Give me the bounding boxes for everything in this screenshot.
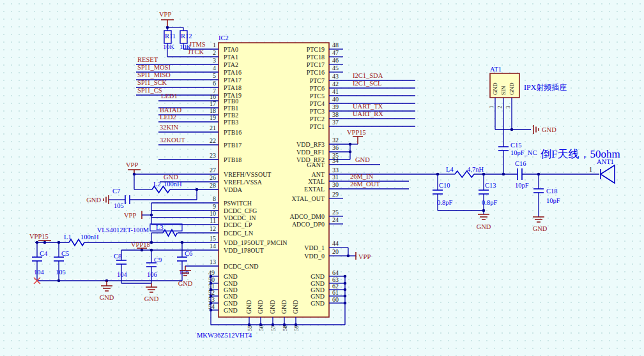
c4-ref: C4	[40, 250, 48, 257]
pin-name: GND	[245, 300, 252, 314]
net-label[interactable]: I2C1_SDA	[353, 72, 383, 79]
pin-name: XTAL_OUT	[292, 195, 325, 202]
at1-pin-name: SIN	[500, 85, 507, 95]
pin-name: GND	[310, 273, 325, 280]
vdda-network[interactable]: VPP L2 100nH C7 105 GND	[86, 161, 198, 209]
pin-name: PTA0	[224, 46, 238, 53]
pin-number: 23	[210, 152, 216, 159]
pin-number: 31	[332, 174, 339, 181]
gnd-label-c7: GND	[86, 197, 101, 204]
pin-number: 11	[210, 217, 216, 224]
vdd1p5-filter[interactable]: VPP15 L1 100nH C4 104 C5 105 C6 106	[29, 233, 192, 301]
pin-name: GND	[292, 300, 299, 314]
junction-dot	[57, 279, 61, 283]
c18-value: 10pF	[546, 197, 560, 204]
rf-matching-network[interactable]: L4 4.7nH C16 10pF C10 0.8pF C13 0.8pF GN…	[433, 98, 620, 232]
pin-name: VDDA	[224, 186, 243, 193]
c7-value: 105	[114, 202, 124, 209]
pin-name: PTB16	[224, 129, 241, 136]
pin-name: ANT	[311, 171, 325, 178]
net-label[interactable]: I2C1_SCL	[353, 80, 382, 87]
vddrf-vpp15[interactable]: VPP15	[347, 129, 366, 159]
net-label[interactable]: SPI1_CS	[137, 87, 162, 94]
net-label[interactable]: RESET	[137, 56, 158, 63]
pin-number: 34	[332, 157, 339, 164]
pin-name: PTC7	[310, 77, 325, 84]
at1-pin-number: 2	[496, 106, 503, 109]
pin-name: PTA17	[224, 77, 241, 84]
net-label[interactable]: GND	[164, 174, 178, 181]
vpp-flag-vref-label: VPP	[126, 161, 138, 168]
gnd-label-at1: GND	[542, 126, 556, 133]
pin-name: PTC16	[307, 69, 325, 76]
at1-pin-name: GND	[492, 82, 498, 95]
ic-ref: IC2	[218, 34, 229, 41]
vpp15-flag-right-label: VPP15	[347, 129, 366, 136]
at1-description: IPX射频插座	[524, 83, 567, 92]
at1-ref: AT1	[490, 66, 502, 73]
net-label[interactable]: LED2	[160, 114, 176, 121]
net-label[interactable]: BATAD	[160, 107, 182, 114]
r12-value: 10K	[180, 43, 192, 50]
pin-number: 13	[210, 258, 216, 265]
c6-value: 106	[179, 269, 189, 276]
pin-number: 18	[210, 107, 216, 114]
pin-number: 2	[213, 49, 216, 56]
pin-number: 1	[213, 41, 216, 48]
l1-value: 100nH	[80, 234, 99, 241]
pin-name: GND	[224, 273, 238, 280]
pin-name: PTA2	[224, 61, 238, 68]
pin-name: DCDC_CFG	[224, 207, 257, 214]
pin-name: PTB18	[224, 156, 241, 163]
antenna-ant1[interactable]: ANT1 1	[589, 158, 615, 183]
net-label[interactable]: 32KOUT	[160, 137, 185, 144]
pullup-network[interactable]: VPP R11 R12 10K 10K	[159, 11, 192, 57]
ant1-ref: ANT1	[597, 158, 614, 165]
pin-number: 64	[332, 269, 339, 276]
vdd-vpp[interactable]: VPP	[347, 248, 371, 260]
net-label[interactable]: UART_TX	[353, 103, 383, 110]
net-label[interactable]: JTMS	[189, 41, 206, 48]
pin-name: XTAL	[308, 178, 325, 185]
pin-number: 12	[210, 225, 216, 232]
pin-number: 42	[332, 80, 339, 87]
pin-number: 32	[332, 137, 339, 144]
c8-value: 104	[117, 271, 128, 278]
connector-at1[interactable]: AT1 GND SIN GND 1 2 3 IPX射频插座 GND	[488, 66, 567, 134]
gnd-label-c18: GND	[533, 225, 548, 232]
net-label[interactable]: SPI1_SCK	[137, 79, 167, 86]
pin-name: PTC19	[307, 46, 325, 53]
c9-ref: C9	[154, 256, 162, 263]
pin-name: DCDC_GND	[224, 263, 258, 270]
gnd-label-c9: GND	[144, 295, 159, 302]
pin-name: GANT	[307, 161, 325, 168]
vpp15-flag-left-label: VPP15	[29, 233, 49, 240]
pin-number: 33	[332, 167, 339, 174]
pin-name: PSWITCH	[224, 200, 252, 207]
pin-number: 40	[332, 96, 339, 103]
pin-name: DCDC_LN	[224, 230, 253, 237]
net-label[interactable]: SPI1_MOSI	[137, 64, 171, 71]
c10-value: 0.8pF	[437, 199, 452, 206]
net-label[interactable]: 26M_OUT	[350, 181, 380, 188]
net-label[interactable]: LED1	[161, 93, 178, 100]
pin-name: GND	[257, 300, 264, 314]
net-label[interactable]: 32KIN	[160, 124, 179, 131]
c13-ref: C13	[485, 182, 496, 189]
net-label[interactable]: 26M_IN	[350, 173, 374, 180]
at1-pin-name: GND	[509, 82, 515, 95]
pin-number: 39	[332, 103, 339, 110]
net-label[interactable]: SPI1_MISO	[137, 71, 171, 78]
l4-value: 4.7nH	[467, 166, 484, 173]
junction-dot	[141, 249, 144, 252]
net-label[interactable]: UART_RX	[353, 110, 383, 117]
l2-value: 100nH	[164, 181, 182, 188]
r11-value: 10K	[163, 43, 175, 50]
net-label[interactable]: GND	[355, 156, 370, 163]
pin-name: PTA16	[224, 69, 241, 76]
pin-number: 9	[213, 203, 216, 210]
pin-name: VDD_1	[304, 244, 325, 251]
at1-pin-number: 1	[488, 106, 494, 109]
pin-name: PTC2	[310, 115, 325, 122]
dcdc-vpp-feed[interactable]: VPP	[124, 203, 153, 225]
